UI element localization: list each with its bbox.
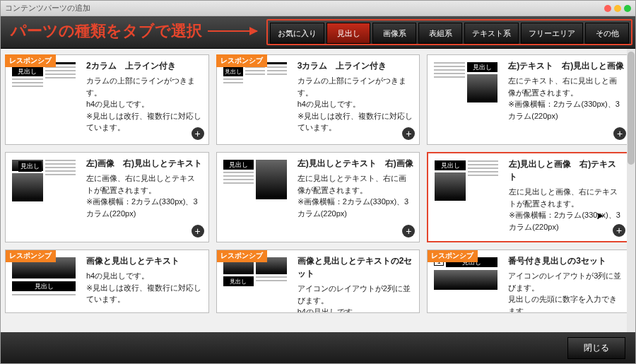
card-desc: アイコンのレイアウトが3列に並びます。見出しの先頭に数字を入力できます。 <box>508 270 625 313</box>
parts-card[interactable]: 見出し 左)テキスト 右)見出しと画像 左にテキスト、右に見出しと画像が配置され… <box>427 54 631 145</box>
add-button[interactable]: + <box>192 127 204 140</box>
minimize-dot-icon[interactable] <box>614 5 621 12</box>
card-info: 2カラム 上ライン付き カラムの上部にラインがつきます。h4の見出しです。※見出… <box>82 55 208 144</box>
tab-text[interactable]: テキスト系 <box>464 23 519 44</box>
dialog-footer: 閉じる <box>1 332 635 363</box>
card-info: 画像と見出しとテキスト h4の見出しです。※見出しは改行、複数行に対応しています… <box>82 250 208 312</box>
card-info: 左)画像 右)見出しとテキスト 左に画像、右に見出しとテキストが配置されます。※… <box>82 153 208 242</box>
card-title: 画像と見出しとテキストの2セット <box>298 254 414 280</box>
tab-freearea[interactable]: フリーエリア <box>521 23 583 44</box>
parts-card[interactable]: レスポンシブ 見出し 3カラム 上ライン付き カラムの上部にラインがつきます。h… <box>216 54 420 145</box>
card-title: 左)テキスト 右)見出しと画像 <box>508 59 625 72</box>
titlebar: コンテンツパーツの追加 <box>1 1 635 16</box>
add-button[interactable]: + <box>613 127 626 140</box>
card-desc: 左に見出しとテキスト、右に画像が配置されます。※画像横幅：2カラム(330px)… <box>298 172 414 219</box>
tab-heading[interactable]: 見出し <box>326 23 370 44</box>
card-info: 左)見出しとテキスト 右)画像 左に見出しとテキスト、右に画像が配置されます。※… <box>293 153 420 242</box>
card-info: 左)テキスト 右)見出しと画像 左にテキスト、右に見出しと画像が配置されます。※… <box>504 55 630 144</box>
card-thumbnail: 見出し <box>6 153 82 242</box>
card-thumbnail: 見出し <box>217 153 293 242</box>
card-title: 3カラム 上ライン付き <box>298 59 414 72</box>
card-info: 画像と見出しとテキストの2セット アイコンのレイアウトが2列に並びます。h4の見… <box>293 250 420 312</box>
parts-card-selected[interactable]: 見出し 左)見出しと画像 右)テキスト 左に見出しと画像、右にテキストが配置され… <box>427 152 631 242</box>
tab-images[interactable]: 画像系 <box>372 23 416 44</box>
annotation-callout: パーツの種類をタブで選択 <box>11 20 257 42</box>
tab-other[interactable]: その他 <box>585 23 629 44</box>
window-title: コンテンツパーツの追加 <box>5 3 90 13</box>
scrollbar[interactable] <box>627 49 635 332</box>
content-area: レスポンシブ 見出し 2カラム 上ライン付き カラムの上部にラインがつきます。h… <box>1 49 635 332</box>
responsive-badge: レスポンシブ <box>216 249 267 262</box>
window-controls <box>604 5 631 12</box>
card-title: 画像と見出しとテキスト <box>86 254 203 267</box>
responsive-badge: レスポンシブ <box>216 54 267 67</box>
card-desc: 左にテキスト、右に見出しと画像が配置されます。※画像横幅：2カラム(330px)… <box>508 75 625 122</box>
card-desc: 左に画像、右に見出しとテキストが配置されます。※画像横幅：2カラム(330px)… <box>86 172 203 219</box>
parts-card[interactable]: 見出し 左)画像 右)見出しとテキスト 左に画像、右に見出しとテキストが配置され… <box>5 152 209 242</box>
parts-card[interactable]: レスポンシブ 見出し 画像と見出しとテキストの2セット アイコンのレイアウトが2… <box>216 249 420 313</box>
toolbar: パーツの種類をタブで選択 お気に入り 見出し 画像系 表組系 テキスト系 フリー… <box>1 16 635 49</box>
card-desc: カラムの上部にラインがつきます。h4の見出しです。※見出しは改行、複数行に対応し… <box>298 75 414 134</box>
responsive-badge: レスポンシブ <box>427 249 478 262</box>
card-thumbnail: 見出し <box>6 55 82 144</box>
card-info: 3カラム 上ライン付き カラムの上部にラインがつきます。h4の見出しです。※見出… <box>293 55 420 144</box>
dialog-window: コンテンツパーツの追加 パーツの種類をタブで選択 お気に入り 見出し 画像系 表… <box>0 0 636 364</box>
card-title: 左)画像 右)見出しとテキスト <box>86 157 203 170</box>
card-title: 左)見出しと画像 右)テキスト <box>509 158 624 183</box>
responsive-badge: レスポンシブ <box>5 54 56 67</box>
card-title: 2カラム 上ライン付き <box>86 59 203 72</box>
card-title: 番号付き見出しの3セット <box>508 254 625 267</box>
card-info: 左)見出しと画像 右)テキスト 左に見出しと画像、右にテキストが配置されます。※… <box>505 153 630 241</box>
tab-favorites[interactable]: お気に入り <box>270 23 324 44</box>
tab-bar-highlight: お気に入り 見出し 画像系 表組系 テキスト系 フリーエリア その他 <box>266 19 632 45</box>
responsive-badge: レスポンシブ <box>5 249 56 262</box>
add-button[interactable]: + <box>613 224 625 237</box>
tab-tables[interactable]: 表組系 <box>418 23 462 44</box>
parts-card[interactable]: 見出し 左)見出しとテキスト 右)画像 左に見出しとテキスト、右に画像が配置され… <box>216 152 420 242</box>
parts-card[interactable]: レスポンシブ 見出し 画像と見出しとテキスト h4の見出しです。※見出しは改行、… <box>5 249 209 313</box>
card-thumbnail: 見出し <box>428 55 504 144</box>
card-desc: h4の見出しです。※見出しは改行、複数行に対応しています。 <box>86 270 203 305</box>
parts-card[interactable]: レスポンシブ 1見出し 番号付き見出しの3セット アイコンのレイアウトが3列に並… <box>427 249 631 313</box>
card-thumbnail: 見出し <box>217 55 293 144</box>
card-thumbnail: 見出し <box>428 153 505 241</box>
card-title: 左)見出しとテキスト 右)画像 <box>298 157 414 170</box>
close-dot-icon[interactable] <box>604 5 611 12</box>
annotation-text: パーツの種類をタブで選択 <box>11 20 202 42</box>
close-button[interactable]: 閉じる <box>567 337 625 359</box>
card-info: 番号付き見出しの3セット アイコンのレイアウトが3列に並びます。見出しの先頭に数… <box>504 250 630 312</box>
arrow-icon <box>208 30 257 32</box>
zoom-dot-icon[interactable] <box>624 5 631 12</box>
card-grid: レスポンシブ 見出し 2カラム 上ライン付き カラムの上部にラインがつきます。h… <box>5 54 631 313</box>
card-desc: アイコンのレイアウトが2列に並びます。h4の見出しです。 <box>298 283 414 313</box>
card-desc: 左に見出しと画像、右にテキストが配置されます。※画像横幅：2カラム(330px)… <box>509 186 624 233</box>
scrollbar-thumb[interactable] <box>628 52 635 165</box>
card-desc: カラムの上部にラインがつきます。h4の見出しです。※見出しは改行、複数行に対応し… <box>86 75 203 134</box>
add-button[interactable]: + <box>192 225 204 237</box>
parts-card[interactable]: レスポンシブ 見出し 2カラム 上ライン付き カラムの上部にラインがつきます。h… <box>5 54 209 145</box>
